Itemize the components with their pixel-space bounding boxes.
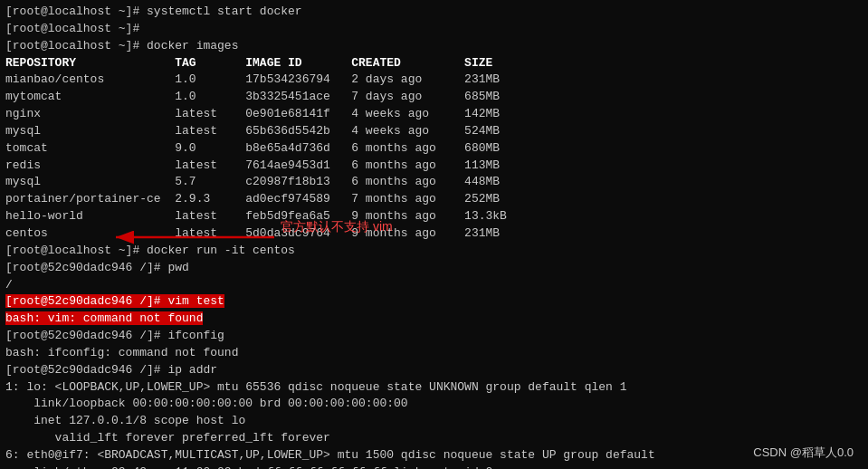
terminal-line: [root@52c90dadc946 /]# pwd <box>5 260 863 277</box>
terminal-line: [root@52c90dadc946 /]# ifconfig <box>5 328 863 345</box>
terminal-line: 6: eth0@if7: <BROADCAST,MULTICAST,UP,LOW… <box>5 447 863 464</box>
terminal-line: / <box>5 277 863 294</box>
terminal-line: redis latest 7614ae9453d1 6 months ago 1… <box>5 158 863 175</box>
terminal-line: 1: lo: <LOOPBACK,UP,LOWER_UP> mtu 65536 … <box>5 379 863 397</box>
terminal-line: [root@52c90dadc946 /]# ip addr <box>5 362 863 379</box>
terminal-line: tomcat 9.0 b8e65a4d736d 6 months ago 680… <box>5 140 863 158</box>
terminal-line: [root@localhost ~]# <box>5 21 863 38</box>
terminal-line: nginx latest 0e901e68141f 4 weeks ago 14… <box>5 106 863 123</box>
terminal-line: bash: vim: command not found <box>5 311 863 328</box>
terminal-line: link/ether 02:42:ac:11:00:03 brd ff:ff:f… <box>5 464 863 469</box>
arrow-annotation <box>107 225 288 250</box>
terminal-line: mysql 5.7 c20987f18b13 6 months ago 448M… <box>5 174 863 191</box>
terminal-line: link/loopback 00:00:00:00:00:00 brd 00:0… <box>5 396 863 413</box>
terminal: [root@localhost ~]# systemctl start dock… <box>0 0 868 469</box>
annotation-label: 官方默认不支持 vim <box>281 217 393 237</box>
terminal-line: mysql latest 65b636d5542b 4 weeks ago 52… <box>5 123 863 140</box>
terminal-line: mytomcat 1.0 3b3325451ace 7 days ago 685… <box>5 89 863 106</box>
terminal-line: bash: ifconfig: command not found <box>5 345 863 362</box>
terminal-line: REPOSITORY TAG IMAGE ID CREATED SIZE <box>5 55 863 72</box>
terminal-line: inet 127.0.0.1/8 scope host lo <box>5 413 863 430</box>
terminal-line: hello-world latest feb5d9fea6a5 9 months… <box>5 208 863 225</box>
terminal-line: mianbao/centos 1.0 17b534236794 2 days a… <box>5 72 863 89</box>
terminal-line: [root@52c90dadc946 /]# vim test <box>5 293 863 311</box>
watermark: CSDN @稻草人0.0 <box>753 445 854 462</box>
terminal-line: portainer/portainer-ce 2.9.3 ad0ecf97458… <box>5 191 863 208</box>
terminal-line: [root@localhost ~]# docker images <box>5 38 863 55</box>
terminal-line: valid_lft forever preferred_lft forever <box>5 430 863 447</box>
terminal-line: [root@localhost ~]# systemctl start dock… <box>5 4 863 21</box>
